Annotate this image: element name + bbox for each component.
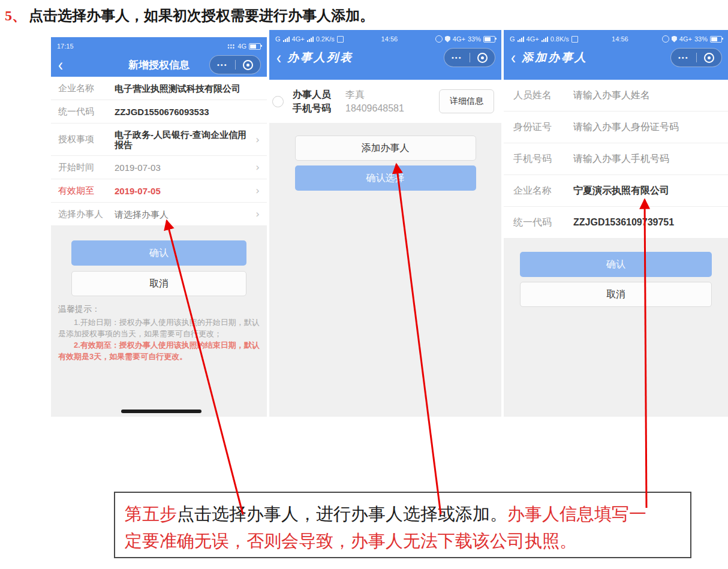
step-heading-text: 点击选择办事人，如果初次授权需要进行办事人添加。 [29,8,374,23]
phone1-status-bar: 17:15 4G [51,37,267,52]
input-row-person-name[interactable]: 人员姓名 请输入办事人姓名 [504,80,728,112]
info-icon [662,35,669,43]
form-row-start-date[interactable]: 开始时间 2019-07-03 › [51,156,267,179]
tips-title: 温馨提示： [58,303,260,315]
field-label: 授权事项 [58,134,115,145]
network-label: 4G+ [453,35,465,43]
miniprogram-capsule[interactable]: ••• [444,48,495,67]
phone2-status-bar: G 4G+ 0.2K/s 14:56 4G+ 33% [269,30,501,45]
field-label: 企业名称 [513,185,573,197]
form-row-company-name: 企业名称 电子营业执照测试科技有限公司 [51,77,267,100]
phone1-time: 17:15 [57,43,74,50]
field-value: ZZJGD1536109739751 [573,217,674,228]
detail-info-button[interactable]: 详细信息 [439,89,494,113]
phone3-nav-title: 添加办事人 [522,50,588,65]
chevron-right-icon: › [255,161,260,173]
agent-name-label: 办事人员 [293,88,345,101]
agent-name-value: 李真 [345,88,365,101]
field-value: 请选择办事人 [115,209,252,219]
phone2-nav-bar: ‹ 办事人列表 ••• [269,45,501,70]
shield-icon [672,36,677,43]
miniprogram-capsule[interactable]: ••• [670,48,722,67]
field-placeholder: 请输入办事人姓名 [573,89,650,102]
confirm-button[interactable]: 确认 [71,240,246,266]
instruction-note-box: 第五步点击选择办事人，进行办事人选择或添加。办事人信息填写一 定要准确无误，否则… [114,492,691,558]
phone1-nav-bar: ‹ 新增授权信息 ••• [51,52,267,77]
phone-screenshot-add-agent: G 4G+ 0.8K/s 14:56 4G+ 33% ‹ 添加办事人 ••• [504,30,728,417]
battery-icon [710,36,722,43]
note-text-red-1: 办事人信息填写一 [507,504,646,523]
field-label: 手机号码 [513,153,573,165]
cancel-button[interactable]: 取消 [71,271,246,296]
carrier-label: G [510,35,515,43]
phone3-nav-bar: ‹ 添加办事人 ••• [504,45,728,70]
chevron-right-icon: › [255,134,260,146]
more-icon[interactable]: ••• [210,56,235,73]
warm-tips: 温馨提示： 1.开始日期：授权办事人使用该执照的开始日期，默认是添加授权事项的当… [58,303,260,362]
more-icon[interactable]: ••• [444,49,470,66]
cancel-button[interactable]: 取消 [520,282,712,307]
note-step-label: 第五步 [125,504,177,523]
phone2-time: 14:56 [381,35,398,43]
row-company-name: 企业名称 宁夏演示执照有限公司 [504,175,728,207]
network-label: 4G+ [679,35,692,43]
field-value: ZZJGD1550676093533 [115,107,260,117]
field-placeholder: 请输入办事人身份证号码 [573,121,679,134]
info-icon [435,35,443,43]
battery-icon [483,36,495,43]
field-value: 电子营业执照测试科技有限公司 [115,83,260,94]
field-label: 身份证号 [513,121,573,134]
radio-button[interactable] [272,96,284,107]
tip-line-start-date: 1.开始日期：授权办事人使用该执照的开始日期，默认是添加授权事项的当天，如果需要… [58,317,260,339]
field-value: 2019-07-03 [115,162,252,173]
field-value: 2019-07-05 [115,186,252,196]
step-heading: 5、点击选择办事人，如果初次授权需要进行办事人添加。 [5,6,374,25]
form-row-authorization-item[interactable]: 授权事项 电子政务-人民银行-查询企业信用报告 › [51,124,267,156]
input-row-phone-number[interactable]: 手机号码 请输入办事人手机号码 [504,143,728,175]
exit-target-icon[interactable] [477,53,488,63]
message-icon [337,36,344,43]
field-label: 统一代码 [58,106,115,118]
agent-phone-label: 手机号码 [293,101,345,115]
back-icon[interactable]: ‹ [511,49,516,67]
phone3-status-bar: G 4G+ 0.8K/s 14:56 4G+ 33% [504,30,728,45]
form-row-unified-code: 统一代码 ZZJGD1550676093533 [51,100,267,124]
signal-bars-icon [283,37,290,42]
shield-icon [445,36,450,43]
back-icon[interactable]: ‹ [276,49,281,67]
signal-bars-icon [542,37,548,42]
form-row-valid-until[interactable]: 有效期至 2019-07-05 › [51,179,267,203]
form-row-select-agent[interactable]: 选择办事人 请选择办事人 › [51,203,267,226]
phone3-header: G 4G+ 0.8K/s 14:56 4G+ 33% ‹ 添加办事人 ••• [504,30,728,80]
home-indicator [121,410,201,413]
phone-screenshot-agent-list: G 4G+ 0.2K/s 14:56 4G+ 33% ‹ 办事人列表 ••• [269,30,501,417]
message-icon [571,36,578,43]
note-text-black: 点击选择办事人，进行办事人选择或添加。 [177,504,507,523]
more-icon[interactable]: ••• [671,49,696,66]
exit-target-icon[interactable] [704,53,714,63]
field-label: 人员姓名 [513,89,573,102]
confirm-selection-button[interactable]: 确认选择 [295,165,476,191]
chevron-right-icon: › [255,208,260,220]
field-placeholder: 请输入办事人手机号码 [573,153,669,165]
miniprogram-capsule[interactable]: ••• [209,55,261,74]
signal-grid-icon [227,44,235,49]
step-number: 5、 [5,8,26,23]
confirm-button[interactable]: 确认 [520,252,712,277]
row-unified-code: 统一代码 ZZJGD1536109739751 [504,207,728,239]
chevron-right-icon: › [255,185,260,197]
battery-percent: 33% [694,35,708,43]
add-agent-button[interactable]: 添加办事人 [295,136,476,161]
phone3-time: 14:56 [612,35,628,43]
network-label: 4G+ [292,35,305,43]
field-label: 有效期至 [58,185,115,197]
agent-phone-value: 18409648581 [345,101,404,115]
exit-target-icon[interactable] [243,60,253,70]
battery-icon [249,43,261,50]
signal-bars-icon [307,37,314,42]
signal-bars-icon [518,37,524,42]
agent-list-item[interactable]: 办事人员 李真 手机号码 18409648581 详细信息 [269,80,501,123]
input-row-id-number[interactable]: 身份证号 请输入办事人身份证号码 [504,112,728,143]
field-label: 企业名称 [58,83,115,94]
carrier-label: G [275,35,281,43]
